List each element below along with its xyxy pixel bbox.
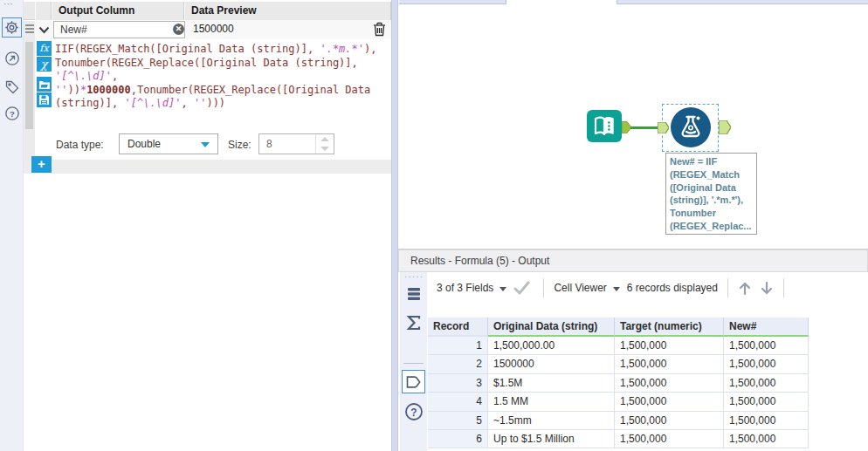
results-table[interactable]: RecordOriginal Data (string)Target (nume… <box>428 318 809 448</box>
tool-annotation[interactable]: New# = IIF(REGEX_Match([Original Data(st… <box>665 153 757 235</box>
chevron-down-icon[interactable] <box>499 287 506 291</box>
workflow-canvas[interactable]: New# = IIF(REGEX_Match([Original Data(st… <box>398 0 868 249</box>
scroll-up-button[interactable] <box>738 281 752 296</box>
table-cell[interactable]: 1,500,000 <box>724 412 809 430</box>
scroll-down-button[interactable] <box>760 281 774 296</box>
record-number-cell[interactable]: 2 <box>428 355 488 373</box>
output-column-input[interactable]: New# <box>53 21 185 38</box>
input-data-tool[interactable] <box>587 110 622 142</box>
record-number-cell[interactable]: 4 <box>428 393 488 411</box>
chevron-down-icon <box>38 26 50 34</box>
config-side-rail: ⋯ <box>0 0 24 451</box>
column-header[interactable]: Original Data (string) <box>488 318 615 337</box>
formula-tool-input-anchor[interactable] <box>658 122 669 133</box>
table-cell[interactable]: 1,500,000 <box>615 430 724 448</box>
table-cell[interactable]: 1500000 <box>488 355 615 373</box>
data-type-row: Data type: Double Size: 8 <box>35 131 391 160</box>
size-value: 8 <box>266 138 272 150</box>
table-cell[interactable]: 1,500,000.00 <box>488 337 615 355</box>
metadata-button[interactable] <box>402 311 425 334</box>
results-side-rail: ····· <box>400 272 427 451</box>
column-header[interactable]: Target (numeric) <box>615 318 724 337</box>
table-row: 3$1.5M1,500,0001,500,000 <box>428 374 809 393</box>
table-cell[interactable]: 1,500,000 <box>615 412 724 430</box>
table-cell[interactable]: Up to $1.5 Million <box>488 430 615 448</box>
table-cell[interactable]: 1,500,000 <box>724 355 809 373</box>
results-help-button[interactable]: ? <box>402 400 425 423</box>
record-number-cell[interactable]: 1 <box>428 337 488 355</box>
formula-tool[interactable] <box>671 107 711 147</box>
gutter-scrollbar-thumb[interactable] <box>25 42 33 129</box>
table-cell[interactable]: 1,500,000 <box>615 355 724 373</box>
functions-button[interactable]: fx <box>37 41 52 56</box>
table-cell[interactable]: 1.5 MM <box>488 393 615 411</box>
circled-arrow-icon <box>4 51 20 66</box>
connection-line[interactable] <box>630 126 660 129</box>
stepper-down-icon <box>320 147 329 151</box>
row-drag-handle-icon[interactable] <box>25 24 34 35</box>
stepper-arrows[interactable] <box>315 134 334 154</box>
save-expression-button[interactable] <box>37 92 52 107</box>
expression-editor[interactable]: IIF(REGEX_Match([Original Data (string)]… <box>55 43 391 111</box>
svg-text:?: ? <box>10 108 15 118</box>
expression-row: New# ✕ 1500000 <box>35 20 391 39</box>
navigation-tab[interactable] <box>2 48 22 68</box>
cell-viewer-label[interactable]: Cell Viewer <box>554 282 606 294</box>
trash-icon <box>373 22 386 37</box>
workspace-area: New# = IIF(REGEX_Match([Original Data(st… <box>398 0 868 451</box>
size-stepper[interactable]: 8 <box>258 133 334 154</box>
record-number-cell[interactable]: 6 <box>428 430 488 448</box>
rail-separator <box>403 363 424 364</box>
table-cell[interactable]: 1,500,000 <box>615 337 724 355</box>
annotation-line: (REGEX_Replac... <box>670 220 753 233</box>
code-line: (string)], '[^\.\d]', ''))) <box>55 97 391 111</box>
overflow-dots-icon: ⋯ <box>3 0 14 10</box>
results-config-button[interactable] <box>402 282 425 305</box>
data-view-button[interactable] <box>402 370 425 393</box>
open-expression-button[interactable] <box>37 77 52 92</box>
variables-button[interactable]: χ <box>37 57 52 72</box>
help-tab[interactable]: ? <box>2 103 22 123</box>
table-cell[interactable]: 1,500,000 <box>724 337 809 355</box>
table-row: 6Up to $1.5 Million1,500,0001,500,000 <box>428 430 809 448</box>
sigma-icon <box>405 314 423 331</box>
table-cell[interactable]: 1,500,000 <box>615 393 724 411</box>
data-type-value: Double <box>127 138 161 150</box>
stepper-up-icon <box>320 137 329 141</box>
fields-dropdown-label[interactable]: 3 of 3 Fields <box>437 282 493 294</box>
record-number-cell[interactable]: 5 <box>428 412 488 430</box>
table-cell[interactable]: 1,500,000 <box>724 430 809 448</box>
question-icon: ? <box>404 402 424 421</box>
table-cell[interactable]: 1,500,000 <box>615 374 724 393</box>
table-row: 215000001,500,0001,500,000 <box>428 355 809 373</box>
column-header[interactable]: New# <box>724 318 809 337</box>
data-preview-header: Data Preview <box>184 2 391 20</box>
add-expression-button[interactable]: + <box>31 156 52 173</box>
table-cell[interactable]: $1.5M <box>488 374 615 393</box>
results-toolbar: 3 of 3 Fields Cell Viewer 6 records disp… <box>430 274 866 302</box>
clear-column-icon[interactable]: ✕ <box>173 24 184 35</box>
records-displayed-label: 6 records displayed <box>627 282 718 294</box>
column-header[interactable]: Record <box>428 318 488 337</box>
record-number-cell[interactable]: 3 <box>428 374 488 393</box>
toolbar-separator <box>727 278 728 297</box>
annotation-line: (string)], '.*m.*'), <box>670 194 753 207</box>
data-preview-value: 1500000 <box>193 23 234 35</box>
configuration-tab[interactable] <box>2 17 22 38</box>
data-type-select[interactable]: Double <box>119 133 218 154</box>
toolbar-separator <box>543 278 544 297</box>
panel-splitter[interactable] <box>391 0 398 451</box>
table-cell[interactable]: 1,500,000 <box>724 374 809 393</box>
table-header-row: RecordOriginal Data (string)Target (nume… <box>428 318 809 337</box>
chi-icon: χ <box>41 58 48 71</box>
formula-tool-output-anchor[interactable] <box>719 120 731 134</box>
annotation-tab[interactable] <box>2 77 22 97</box>
apply-check-icon[interactable] <box>513 281 530 295</box>
delete-expression-button[interactable] <box>373 22 386 37</box>
chevron-down-icon[interactable] <box>613 287 620 291</box>
drag-dots-icon: ····· <box>404 272 424 281</box>
table-cell[interactable]: 1,500,000 <box>724 393 809 411</box>
annotation-line: New# = IIF <box>670 155 753 168</box>
collapse-row-button[interactable] <box>37 21 52 38</box>
table-cell[interactable]: ~1.5mm <box>488 412 615 430</box>
